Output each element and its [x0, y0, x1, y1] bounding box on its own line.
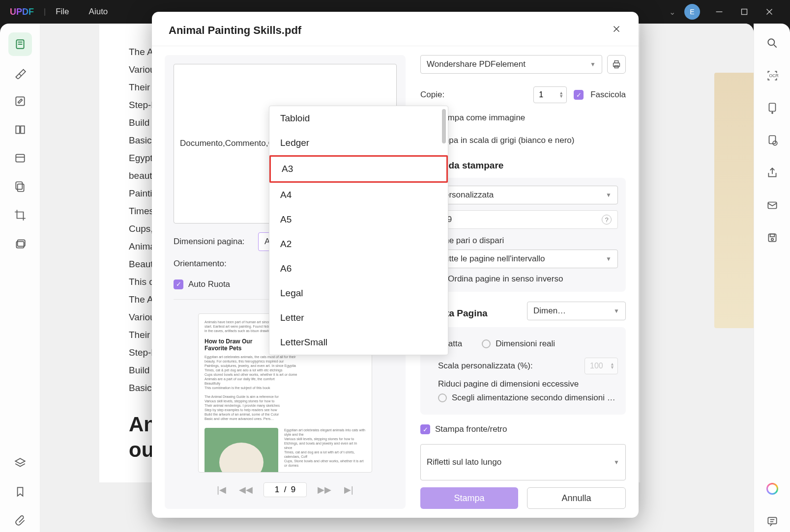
page-size-option[interactable]: A2: [269, 232, 448, 256]
page-size-option[interactable]: A5: [269, 207, 448, 232]
page-size-option[interactable]: A6: [269, 256, 448, 281]
help-icon[interactable]: ?: [602, 215, 612, 224]
page-size-option[interactable]: Letter: [269, 306, 448, 330]
copies-input[interactable]: 1 ▲▼: [533, 86, 567, 103]
preview-pager: |◀ ◀◀ 1 / 9 ▶▶ ▶|: [174, 479, 397, 500]
reverse-label: Ordina pagine in senso inverso: [448, 274, 618, 284]
duplex-mode-select[interactable]: Rifletti sul lato lungo▼: [420, 444, 626, 480]
printer-select[interactable]: Wondershare PDFelement▼: [420, 55, 602, 74]
shrink-label: Riduci pagine di dimensioni eccessive: [438, 379, 579, 389]
collate-checkbox[interactable]: ✓: [574, 90, 584, 100]
pager-prev-button[interactable]: ◀◀: [237, 482, 255, 497]
collate-label: Fascicola: [590, 90, 626, 100]
actual-size-radio[interactable]: [482, 339, 491, 348]
dropdown-scrollbar[interactable]: [442, 109, 446, 143]
copies-label: Copie:: [420, 90, 527, 100]
page-size-label: Dimensioni pagina:: [174, 237, 252, 247]
cancel-button[interactable]: Annulla: [527, 487, 626, 509]
page-size-option[interactable]: Ledger: [269, 131, 448, 155]
dialog-close-button[interactable]: [611, 24, 622, 37]
print-right-panel: Wondershare PDFelement▼ Copie: 1 ▲▼ ✓ Fa…: [420, 55, 626, 509]
paper-source-radio[interactable]: [438, 393, 447, 402]
svg-rect-32: [614, 61, 618, 63]
scale-input[interactable]: 100 ▲▼: [585, 358, 618, 374]
pager-first-button[interactable]: |◀: [215, 482, 228, 497]
orientation-label: Orientamento:: [174, 259, 252, 269]
pager-page-display[interactable]: 1 / 9: [263, 482, 307, 497]
page-size-option[interactable]: A3: [269, 155, 448, 183]
page-size-option[interactable]: Tabloid: [269, 106, 448, 131]
auto-rotate-label: Auto Ruota: [188, 280, 230, 289]
duplex-checkbox[interactable]: ✓: [420, 424, 430, 434]
duplex-label: Stampa fronte/retro: [435, 424, 507, 434]
pages-section-title: ne da stampare: [435, 160, 626, 171]
print-as-image-label: Stampa come immagine: [435, 113, 525, 123]
page-range-input[interactable]: -9 ?: [428, 210, 618, 229]
pager-next-button[interactable]: ▶▶: [316, 482, 333, 497]
odd-even-select[interactable]: utte le pagine nell'intervallo▼: [428, 250, 618, 268]
page-size-option[interactable]: LetterSmall: [269, 330, 448, 355]
auto-rotate-checkbox[interactable]: ✓: [174, 280, 183, 289]
layout-mode-select[interactable]: Dimen…▼: [527, 302, 626, 320]
page-size-option[interactable]: A4: [269, 183, 448, 207]
page-size-dropdown: TabloidLedgerA3A4A5A2A6LegalLetterLetter…: [269, 106, 448, 355]
pager-last-button[interactable]: ▶|: [342, 482, 355, 497]
actual-label: Dimensioni reali: [496, 339, 555, 349]
scale-label: Scala personalizzata (%):: [438, 361, 579, 371]
paper-source-label: Scegli alimentazione secondo dimensioni …: [452, 393, 615, 403]
printer-properties-button[interactable]: [607, 55, 626, 74]
page-range-type-select[interactable]: ersonalizzata▼: [428, 186, 618, 204]
page-size-option[interactable]: Legal: [269, 281, 448, 306]
print-button[interactable]: Stampa: [420, 487, 518, 509]
odd-even-label: gine pari o dispari: [438, 236, 618, 246]
dialog-title: Animal Painting Skills.pdf: [169, 24, 301, 37]
grayscale-label: tampa in scala di grigi (bianco e nero): [435, 136, 574, 145]
